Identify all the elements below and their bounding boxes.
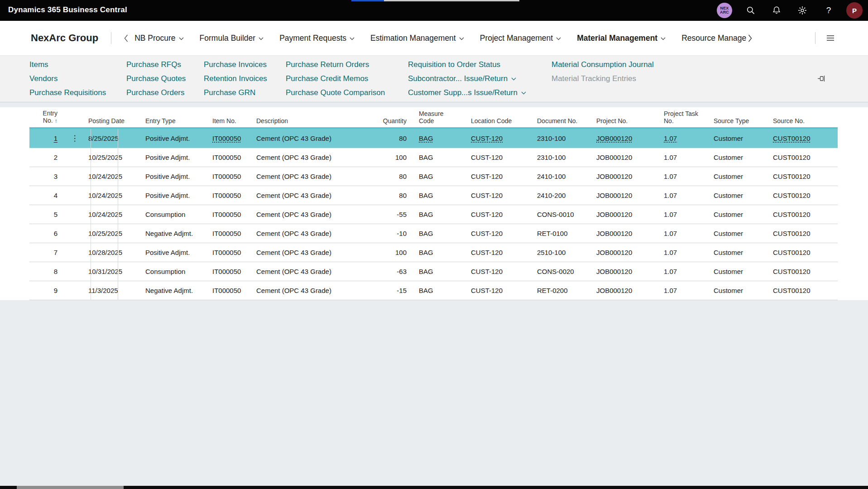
menu-item-material-consumption-journal[interactable]: Material Consumption Journal [551,60,654,69]
table-row[interactable]: 410/24/2025Positive Adjmt.IT000050Cement… [29,186,838,205]
profile-button[interactable]: P [846,2,863,19]
table-cell: Cement (OPC 43 Grade) [256,186,367,205]
table-cell[interactable]: JOB000120 [596,129,664,148]
org-badge[interactable]: NEX ARC [717,3,732,18]
navbar: NexArc Group NB ProcureFormula BuilderPa… [0,21,868,55]
menu-item-purchase-invoices[interactable]: Purchase Invoices [204,60,267,69]
row-menu-icon[interactable]: ⋮ [71,134,79,143]
table-cell[interactable]: 1.07 [664,129,714,148]
table-cell: 100 [367,148,407,167]
table-row[interactable]: 710/28/2025Positive Adjmt.IT000050Cement… [29,243,838,262]
table-row[interactable]: 310/24/2025Positive Adjmt.IT000050Cement… [29,167,838,186]
column-header-source-type[interactable]: Source Type [714,107,773,127]
table-cell: 10/24/2025 [88,167,145,186]
table-row[interactable]: 610/25/2025Negative Adjmt.IT000050Cement… [29,224,838,243]
nav-item-formula-builder[interactable]: Formula Builder [200,34,264,43]
nav-item-label: Resource Manage [681,34,746,43]
column-header-project-task-no[interactable]: Project TaskNo. [664,107,714,127]
chevron-down-icon [511,77,516,81]
menu-item-items[interactable]: Items [29,60,106,69]
search-icon [746,5,756,15]
nav-item-project-management[interactable]: Project Management [480,34,561,43]
menu-item-purchase-grn[interactable]: Purchase GRN [204,88,267,97]
menu-item-requisition-to-order-status[interactable]: Requisition to Order Status [408,60,526,69]
pin-menu-button[interactable] [817,75,826,84]
settings-button[interactable] [797,5,807,15]
menu-item-label: Subcontractor... Issue/Return [408,74,508,83]
table-cell[interactable]: BAG [407,129,471,148]
menu-item-purchase-return-orders[interactable]: Purchase Return Orders [286,60,385,69]
menu-item-label: Purchase GRN [204,88,255,97]
column-header-location-code[interactable]: Location Code [471,107,537,127]
column-header-entry-type[interactable]: Entry Type [145,107,212,127]
notifications-button[interactable] [772,5,782,15]
table-cell[interactable]: CUST-120 [471,129,537,148]
table-cell[interactable]: CUST00120 [773,129,838,148]
table-row[interactable]: 810/31/2025ConsumptionIT000050Cement (OP… [29,262,838,281]
table-row[interactable]: 510/24/2025ConsumptionIT000050Cement (OP… [29,205,838,224]
column-header-item-no[interactable]: Item No. [212,107,256,127]
table-cell: JOB000120 [596,281,664,300]
menu-item-purchase-requisitions[interactable]: Purchase Requisitions [29,88,106,97]
column-header-posting-date[interactable]: Posting Date [88,107,145,127]
table-cell[interactable]: IT000050 [212,129,256,148]
table-cell: JOB000120 [596,167,664,186]
browser-loading-bar [351,0,384,1]
nav-scroll-back-button[interactable] [124,34,128,42]
table-cell: CUST00120 [773,148,838,167]
column-header-quantity[interactable]: Quantity [367,107,407,127]
nav-item-nb-procure[interactable]: NB Procure [134,34,183,43]
table-cell: CUST-120 [471,167,537,186]
menu-item-purchase-quote-comparison[interactable]: Purchase Quote Comparison [286,88,385,97]
table-row[interactable]: 911/3/2025Negative Adjmt.IT000050Cement … [29,281,838,300]
menu-item-label: Retention Invoices [204,74,267,83]
column-header-project-no[interactable]: Project No. [596,107,664,127]
column-header-document-no[interactable]: Document No. [537,107,596,127]
table-cell: 6 [29,224,61,243]
column-header-description[interactable]: Description [256,107,367,127]
help-button[interactable]: ? [826,5,831,15]
menu-item-purchase-orders[interactable]: Purchase Orders [126,88,186,97]
search-button[interactable] [746,5,756,15]
table-row[interactable]: 210/25/2025Positive Adjmt.IT000050Cement… [29,148,838,167]
column-header-entry-no[interactable]: Entry No. ↑ [29,107,61,127]
nav-item-payment-requests[interactable]: Payment Requests [279,34,355,43]
table-cell: CUST00120 [773,167,838,186]
table-cell: 10/25/2025 [88,224,145,243]
table-cell: 1.07 [664,224,714,243]
table-cell: 2510-100 [537,243,596,262]
table-cell: Cement (OPC 43 Grade) [256,281,367,300]
nav-items: NB ProcureFormula BuilderPayment Request… [134,34,746,43]
brand[interactable]: NexArc Group [31,32,98,44]
row-menu-cell [61,224,88,243]
menu-item-purchase-quotes[interactable]: Purchase Quotes [126,74,186,83]
more-menu-button[interactable] [826,35,834,41]
nav-item-resource-manage[interactable]: Resource Manage [681,34,746,43]
row-menu-cell[interactable]: ⋮ [61,129,88,148]
nav-divider [815,32,815,44]
menu-item-label: Items [29,60,48,69]
gear-icon [797,5,807,15]
menu-item-customer-supp-s-issue-return[interactable]: Customer Supp...s Issue/Return [408,88,526,97]
menu-item-subcontractor-issue-return[interactable]: Subcontractor... Issue/Return [408,74,526,83]
column-header-source-no[interactable]: Source No. [773,107,838,127]
menu-item-purchase-rfqs[interactable]: Purchase RFQs [126,60,186,69]
table-row[interactable]: 1⋮8/25/2025Positive Adjmt.IT000050Cement… [29,129,838,148]
chevron-down-icon [459,37,464,40]
table-cell: CUST-120 [471,205,537,224]
nav-scroll-forward-button[interactable] [748,34,752,42]
table-cell[interactable]: 1 [29,129,61,148]
menu-item-label: Material Consumption Journal [551,60,654,69]
menu-item-vendors[interactable]: Vendors [29,74,106,83]
column-header-measure-code[interactable]: MeasureCode [407,107,471,127]
horizontal-scrollbar-thumb[interactable] [17,486,124,489]
nav-item-label: Project Management [480,34,553,43]
nav-item-estimation-management[interactable]: Estimation Management [370,34,464,43]
nav-item-material-management[interactable]: Material Management [577,34,666,43]
table-cell: Cement (OPC 43 Grade) [256,148,367,167]
nav-item-label: NB Procure [134,34,175,43]
menu-item-purchase-credit-memos[interactable]: Purchase Credit Memos [286,74,385,83]
table-cell: -10 [367,224,407,243]
menu-item-retention-invoices[interactable]: Retention Invoices [204,74,267,83]
nav-item-label: Material Management [577,34,657,43]
